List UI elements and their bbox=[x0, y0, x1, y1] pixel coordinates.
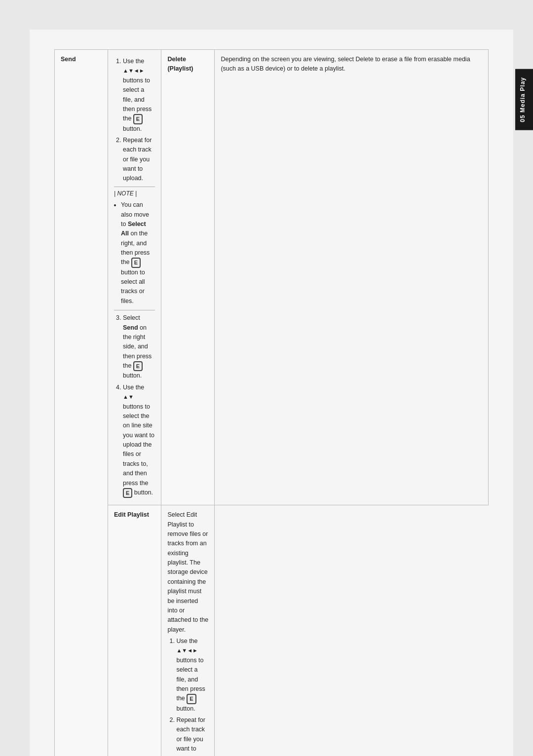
main-content-table: Send Use the ▲▼◄► buttons to select a fi… bbox=[54, 49, 489, 756]
send-label: Send bbox=[55, 50, 108, 756]
edit-playlist-label: Edit Playlist bbox=[108, 505, 161, 756]
chapter-tab: 05 Media Play bbox=[515, 69, 533, 130]
table-row: Send Use the ▲▼◄► buttons to select a fi… bbox=[55, 50, 489, 505]
send-top-content: Use the ▲▼◄► buttons to select a file, a… bbox=[108, 50, 161, 505]
delete-playlist-content: Depending on the screen you are viewing,… bbox=[215, 50, 489, 505]
edit-playlist-content: Select Edit Playlist to remove files or … bbox=[161, 505, 215, 756]
delete-playlist-label: Delete (Playlist) bbox=[161, 50, 215, 505]
table-row: Edit Playlist Select Edit Playlist to re… bbox=[55, 505, 489, 756]
